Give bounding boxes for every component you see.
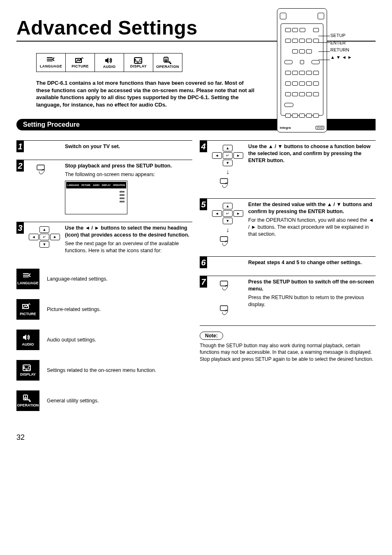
step-number: 3 bbox=[16, 222, 24, 234]
press-button-icon bbox=[219, 178, 236, 191]
dpad-icon: ▲ ◄► ▼ bbox=[212, 203, 243, 224]
remote-label-return: RETURN bbox=[330, 46, 352, 54]
step-number: 6 bbox=[200, 257, 207, 268]
step-title: Press the SETUP button to switch off the… bbox=[248, 279, 376, 293]
step-title: Stop playback and press the SETUP button… bbox=[65, 163, 192, 170]
operation-icon: OPERATION bbox=[153, 53, 182, 72]
press-button-icon bbox=[36, 164, 53, 177]
osd-tab: DISPLAY bbox=[102, 184, 111, 187]
step-number: 1 bbox=[16, 141, 24, 152]
remote-label-setup: SETUP bbox=[330, 32, 352, 39]
arrow-down-icon: ↓ bbox=[226, 169, 229, 175]
page-number: 32 bbox=[16, 433, 376, 442]
osd-screen-illustration: LANGUAGE PICTURE AUDIO DISPLAY OPERATION bbox=[65, 181, 127, 214]
step-body-text: Press the RETURN button to return to the… bbox=[248, 294, 376, 308]
language-icon: LANGUAGE bbox=[16, 269, 39, 289]
step-title: Use the ◄ / ► buttons to select the menu… bbox=[65, 225, 192, 239]
step-number: 7 bbox=[200, 276, 207, 288]
icon-def-text: General utility settings. bbox=[47, 398, 192, 404]
press-button-icon bbox=[219, 236, 236, 249]
icon-def-text: Settings related to the on-screen menu f… bbox=[47, 367, 192, 373]
step-title: Enter the desired value with the ▲ / ▼ b… bbox=[248, 201, 376, 215]
dpad-icon: ▲ ◄► ▼ bbox=[29, 226, 60, 248]
step-number: 5 bbox=[200, 199, 207, 210]
picture-icon: PICTURE bbox=[16, 299, 39, 320]
icon-label: OPERATION bbox=[156, 65, 179, 69]
step-body-text: The following on-screen menu appears: bbox=[65, 171, 192, 178]
osd-tab: PICTURE bbox=[81, 184, 90, 187]
language-icon: LANGUAGE bbox=[37, 53, 66, 72]
icon-label: AUDIO bbox=[22, 342, 34, 346]
icon-label: AUDIO bbox=[103, 65, 116, 69]
osd-tab: LANGUAGE bbox=[67, 184, 79, 187]
icon-label: PICTURE bbox=[20, 312, 36, 316]
intro-text: The DPC-6.1 contains a lot more function… bbox=[36, 79, 258, 108]
icon-label: DISPLAY bbox=[20, 372, 36, 376]
display-icon: DISPLAY bbox=[16, 360, 39, 381]
step-number: 2 bbox=[16, 160, 24, 172]
step-number: 4 bbox=[200, 141, 207, 152]
step-1: 1 Switch on your TV set. bbox=[16, 140, 192, 160]
step-title: Switch on your TV set. bbox=[65, 143, 192, 150]
remote-label-arrows: ▲ ▼ ◄ ► bbox=[330, 54, 352, 61]
icon-label: OPERATION bbox=[17, 403, 39, 407]
display-icon: DISPLAY bbox=[124, 53, 153, 72]
step-body-text: See the next page for an overview of the… bbox=[65, 240, 192, 254]
step-6: 6 Repeat steps 4 and 5 to change other s… bbox=[200, 256, 376, 276]
icon-def-display: DISPLAY Settings related to the on-scree… bbox=[16, 360, 192, 381]
note-box: Note: Though the SETUP button may also w… bbox=[200, 332, 376, 362]
icon-def-text: Audio output settings. bbox=[47, 337, 192, 343]
dpad-icon: ▲ ◄► ▼ bbox=[212, 145, 243, 166]
remote-label-enter: ENTER bbox=[330, 39, 352, 47]
icon-label: PICTURE bbox=[71, 64, 89, 68]
audio-icon: AUDIO bbox=[16, 330, 39, 350]
remote-brand: Integra bbox=[280, 126, 291, 130]
icon-def-text: Picture-related settings. bbox=[47, 307, 192, 312]
icon-def-language: LANGUAGE Language-related settings. bbox=[16, 269, 192, 289]
step-title: Use the ▲ / ▼ buttons to choose a functi… bbox=[248, 143, 376, 164]
icon-label: LANGUAGE bbox=[17, 281, 39, 285]
step-body-text: For the OPERATION function, you will als… bbox=[248, 217, 376, 238]
menu-icon-strip: LANGUAGE PICTURE AUDIO DISPLAY OPERATION bbox=[36, 53, 182, 72]
osd-tab: AUDIO bbox=[93, 184, 99, 187]
audio-icon: AUDIO bbox=[95, 53, 124, 72]
step-3: 3 ▲ ◄► ▼ Use the ◄ / ► buttons to select… bbox=[16, 222, 192, 263]
icon-def-picture: PICTURE Picture-related settings. bbox=[16, 299, 192, 320]
operation-icon: OPERATION bbox=[16, 390, 39, 411]
note-title: Note: bbox=[200, 332, 223, 340]
step-7: 7 Press the SETUP button to switch off t… bbox=[200, 276, 376, 326]
remote-diagram: Integra DVD SETUP ENTER RETURN ▲ ▼ ◄ ► bbox=[277, 8, 376, 132]
press-button-icon bbox=[219, 305, 236, 318]
step-2: 2 Stop playback and press the SETUP butt… bbox=[16, 160, 192, 222]
remote-dvd-label: DVD bbox=[316, 126, 324, 130]
icon-def-operation: OPERATION General utility settings. bbox=[16, 390, 192, 411]
arrow-down-icon: ↓ bbox=[226, 227, 229, 233]
note-text: Though the SETUP button may also work du… bbox=[200, 342, 376, 362]
icon-def-audio: AUDIO Audio output settings. bbox=[16, 330, 192, 350]
icon-label: LANGUAGE bbox=[40, 64, 62, 68]
picture-icon: PICTURE bbox=[66, 53, 95, 72]
step-title: Repeat steps 4 and 5 to change other set… bbox=[248, 259, 376, 266]
icon-def-text: Language-related settings. bbox=[47, 276, 192, 282]
step-5: 5 ▲ ◄► ▼ ↓ Enter the desired value with … bbox=[200, 198, 376, 256]
osd-tab: OPERATION bbox=[113, 184, 125, 187]
icon-label: DISPLAY bbox=[130, 64, 147, 68]
press-button-icon bbox=[219, 280, 236, 293]
step-4: 4 ▲ ◄► ▼ ↓ Use the ▲ / ▼ buttons to choo… bbox=[200, 140, 376, 198]
